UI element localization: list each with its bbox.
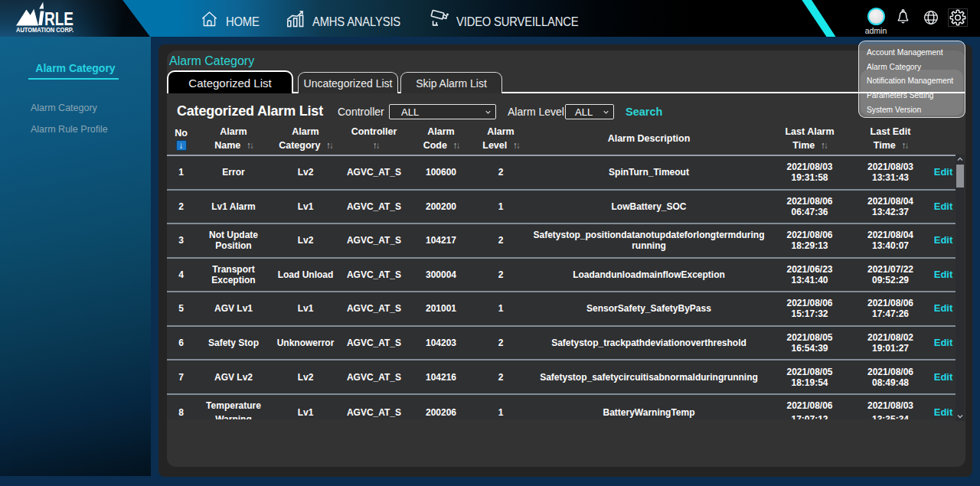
svg-text:AUTOMATION CORP.: AUTOMATION CORP. bbox=[16, 26, 74, 34]
